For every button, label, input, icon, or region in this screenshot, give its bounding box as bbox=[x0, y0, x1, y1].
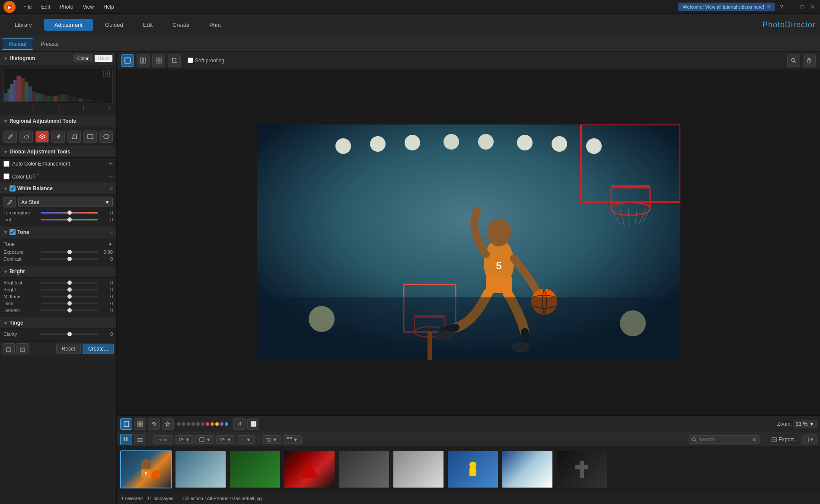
tint-thumb[interactable] bbox=[67, 217, 72, 222]
star-btn[interactable] bbox=[162, 418, 174, 430]
tab-library[interactable]: Library bbox=[4, 19, 42, 31]
hand-tool-icon[interactable] bbox=[803, 54, 816, 67]
soft-proofing-checkbox[interactable] bbox=[188, 57, 193, 63]
filmstrip-thumb-4[interactable] bbox=[338, 450, 390, 488]
tinge-header[interactable]: ▼ Tinge bbox=[0, 317, 116, 329]
add-photo-button[interactable] bbox=[3, 343, 15, 354]
color-lut-add-icon[interactable]: + bbox=[109, 172, 113, 180]
filmstrip-thumb-8[interactable] bbox=[556, 450, 608, 488]
filmstrip-thumb-5[interactable] bbox=[392, 450, 444, 488]
filmstrip-thumb-1[interactable] bbox=[175, 450, 227, 488]
white-balance-preset[interactable]: As Shot ▼ bbox=[18, 198, 113, 207]
global-tools-header[interactable]: ▼ Global Adjustment Tools bbox=[0, 146, 116, 158]
rect-select-tool[interactable] bbox=[83, 131, 97, 143]
tab-presets[interactable]: Presets bbox=[33, 38, 66, 50]
compare-view-button[interactable] bbox=[137, 54, 150, 67]
bright-slider[interactable] bbox=[41, 289, 98, 290]
zoom-icon[interactable] bbox=[787, 54, 800, 67]
group-btn[interactable]: ▼ bbox=[283, 435, 302, 444]
menu-view[interactable]: View bbox=[78, 2, 98, 12]
dot-gray4[interactable] bbox=[191, 422, 195, 426]
menu-file[interactable]: File bbox=[19, 2, 36, 12]
help-button[interactable]: ? bbox=[778, 3, 785, 11]
tone-reset-icon[interactable]: ✦ bbox=[108, 241, 113, 248]
dot-gray3[interactable] bbox=[187, 422, 190, 426]
export-external-btn[interactable] bbox=[804, 434, 817, 445]
nav-create[interactable]: Create bbox=[169, 20, 193, 30]
dot-gray2[interactable] bbox=[182, 422, 185, 426]
filter-rating[interactable]: ▼ bbox=[216, 435, 235, 444]
tone-header[interactable]: ▼ Tone ≡ bbox=[0, 226, 116, 238]
dot-gray6[interactable] bbox=[201, 422, 204, 426]
temperature-thumb[interactable] bbox=[67, 211, 72, 215]
bright-header[interactable]: ▼ Bright bbox=[0, 266, 116, 278]
contrast-thumb[interactable] bbox=[67, 257, 72, 261]
white-balance-checkbox[interactable] bbox=[10, 185, 16, 191]
tone-checkbox[interactable] bbox=[10, 229, 16, 235]
tab-adjustment[interactable]: Adjustment bbox=[44, 19, 93, 31]
dot-purple[interactable] bbox=[220, 422, 223, 426]
maximize-button[interactable]: □ bbox=[798, 3, 806, 11]
soft-proofing-toggle[interactable]: Soft proofing bbox=[188, 57, 224, 64]
filmstrip-thumb-3[interactable] bbox=[284, 450, 335, 488]
histogram-header[interactable]: ▼ Histogram Color B&W bbox=[0, 52, 116, 65]
filmstrip-list-view[interactable] bbox=[134, 434, 146, 445]
filter-flag[interactable]: ▼ bbox=[175, 435, 194, 444]
create-button[interactable]: Create... bbox=[83, 344, 114, 354]
lasso-tool[interactable] bbox=[19, 131, 33, 143]
regional-tools-header[interactable]: ▼ Regional Adjustment Tools bbox=[0, 115, 116, 127]
dot-yellow[interactable] bbox=[215, 422, 219, 426]
clarity-slider[interactable] bbox=[41, 333, 98, 335]
hist-minus-icon[interactable]: − bbox=[5, 104, 9, 111]
crop-view-button[interactable] bbox=[168, 54, 181, 67]
refresh-btn[interactable]: ↺ bbox=[233, 418, 246, 430]
filmstrip-thumb-view[interactable] bbox=[120, 434, 132, 445]
clarity-thumb[interactable] bbox=[67, 332, 72, 336]
dot-gray1[interactable] bbox=[177, 422, 181, 426]
menu-edit[interactable]: Edit bbox=[37, 2, 54, 12]
auto-color-checkbox[interactable] bbox=[3, 161, 10, 167]
exposure-thumb[interactable] bbox=[67, 250, 72, 254]
dark-slider[interactable] bbox=[41, 303, 98, 304]
filmstrip-grid-btn[interactable] bbox=[134, 418, 146, 430]
eye-tool[interactable] bbox=[35, 131, 49, 143]
zoom-select[interactable]: 33 % ▼ bbox=[794, 420, 817, 428]
filmstrip-view-btn[interactable] bbox=[120, 418, 132, 430]
dot-blue[interactable] bbox=[225, 422, 228, 426]
brush-tool[interactable] bbox=[3, 131, 17, 143]
brightest-thumb[interactable] bbox=[67, 281, 72, 285]
close-button[interactable]: ✕ bbox=[809, 3, 817, 11]
grid-view-button[interactable] bbox=[152, 54, 165, 67]
brightest-slider[interactable] bbox=[41, 282, 98, 284]
export-button[interactable]: ⇥ Export... bbox=[767, 435, 803, 444]
compare-overlay-btn[interactable]: ⬜ bbox=[247, 418, 259, 430]
gradient-tool[interactable] bbox=[51, 131, 65, 143]
filmstrip-thumb-7[interactable] bbox=[501, 450, 553, 488]
dot-gray5[interactable] bbox=[196, 422, 200, 426]
wb-eyedropper-tool[interactable] bbox=[3, 197, 16, 207]
hist-plus-icon[interactable]: + bbox=[108, 104, 111, 111]
darkest-slider[interactable] bbox=[41, 309, 98, 311]
midtone-thumb[interactable] bbox=[67, 294, 72, 299]
darkest-thumb[interactable] bbox=[67, 308, 72, 313]
remove-photo-button[interactable] bbox=[16, 343, 29, 354]
dot-red[interactable] bbox=[206, 422, 209, 426]
notification-close-icon[interactable]: ✕ bbox=[767, 4, 771, 10]
single-view-button[interactable] bbox=[121, 54, 134, 67]
search-clear-icon[interactable] bbox=[752, 437, 756, 442]
tab-manual[interactable]: Manual bbox=[2, 38, 33, 50]
menu-help[interactable]: Help bbox=[99, 2, 118, 12]
temperature-slider[interactable] bbox=[41, 212, 98, 214]
contrast-slider[interactable] bbox=[41, 258, 98, 260]
filter-more[interactable]: ··· ▼ bbox=[237, 435, 255, 444]
nav-edit[interactable]: Edit bbox=[140, 20, 156, 30]
tint-slider[interactable] bbox=[41, 219, 98, 220]
color-lut-checkbox[interactable] bbox=[3, 173, 10, 179]
minimize-button[interactable]: − bbox=[788, 3, 796, 11]
filmstrip-thumb-0[interactable]: 5 bbox=[120, 450, 172, 488]
white-balance-header[interactable]: ▼ White Balance ≡ bbox=[0, 183, 116, 195]
filter-color[interactable]: ▼ bbox=[195, 435, 214, 444]
exposure-slider[interactable] bbox=[41, 251, 98, 253]
search-input[interactable] bbox=[699, 437, 750, 443]
bright-thumb[interactable] bbox=[67, 287, 72, 292]
